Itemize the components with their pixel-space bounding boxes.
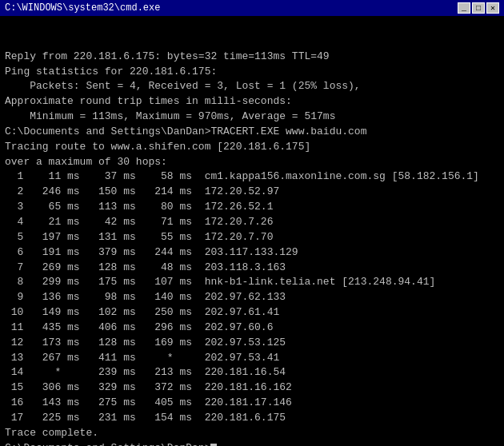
window: C:\WINDOWS\system32\cmd.exe _ □ ✕ Reply … [0,0,504,446]
terminal-line: over a maximum of 30 hops: [5,155,499,170]
terminal-line: 8 299 ms 175 ms 107 ms hnk-b1-link.telia… [5,275,499,290]
terminal-line: Minimum = 113ms, Maximum = 970ms, Averag… [5,110,499,125]
terminal-line: 9 136 ms 98 ms 140 ms 202.97.62.133 [5,290,499,305]
terminal-line: 7 269 ms 128 ms 48 ms 203.118.3.163 [5,261,499,276]
terminal-line: Approximate round trip times in milli-se… [5,94,499,110]
close-button[interactable]: ✕ [486,2,499,14]
terminal-line: 4 21 ms 42 ms 71 ms 172.20.7.26 [5,215,499,230]
terminal-line: C:\Documents and Settings\DanDan>TRACERT… [5,125,499,140]
terminal-line: 10 149 ms 102 ms 250 ms 202.97.61.41 [5,305,499,321]
terminal-line: 1 11 ms 37 ms 58 ms cm1.kappa156.maxonli… [5,169,499,185]
terminal-line: Packets: Sent = 4, Received = 3, Lost = … [5,79,499,94]
terminal-line: 17 225 ms 231 ms 154 ms 220.181.6.175 [5,411,499,426]
terminal-line: 14 * 239 ms 213 ms 220.181.16.54 [5,365,499,380]
terminal-line: C:\Documents and Settings\DanDan> [5,441,499,446]
terminal-line: 3 65 ms 113 ms 80 ms 172.26.52.1 [5,200,499,215]
terminal-line: 12 173 ms 128 ms 169 ms 202.97.53.125 [5,336,499,351]
terminal-line: 15 306 ms 329 ms 372 ms 220.181.16.162 [5,380,499,396]
terminal-line: Tracing route to www.a.shifen.com [220.1… [5,140,499,155]
terminal-line: 2 246 ms 150 ms 214 ms 172.20.52.97 [5,185,499,200]
window-controls: _ □ ✕ [458,2,499,14]
terminal-line: Ping statistics for 220.181.6.175: [5,65,499,80]
terminal-line: 5 197 ms 131 ms 55 ms 172.20.7.70 [5,230,499,245]
terminal-line: 11 435 ms 406 ms 296 ms 202.97.60.6 [5,321,499,336]
terminal-line: 16 143 ms 275 ms 405 ms 220.181.17.146 [5,396,499,411]
cursor [210,444,217,446]
terminal-line: 13 267 ms 411 ms * 202.97.53.41 [5,351,499,366]
terminal-line: 6 191 ms 379 ms 244 ms 203.117.133.129 [5,245,499,261]
title-bar: C:\WINDOWS\system32\cmd.exe _ □ ✕ [0,0,504,16]
title-bar-text: C:\WINDOWS\system32\cmd.exe [5,2,160,14]
minimize-button[interactable]: _ [458,2,470,14]
terminal-output: Reply from 220.181.6.175: bytes=32 time=… [0,16,504,446]
terminal-line: Reply from 220.181.6.175: bytes=32 time=… [5,50,499,65]
terminal-line: Trace complete. [5,426,499,441]
maximize-button[interactable]: □ [472,2,485,14]
